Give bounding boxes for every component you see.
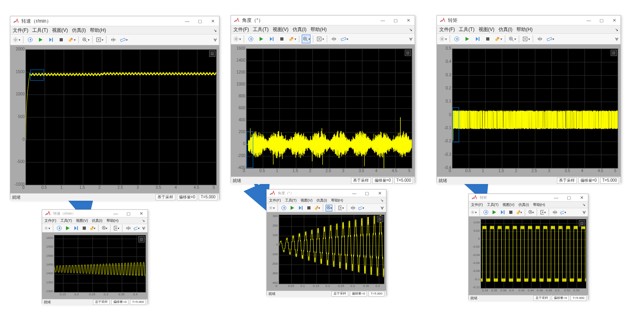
plot-area[interactable]: ⊡-0.4-0.3-0.2-0.100.10.20.30.40.500.511.… [437, 45, 621, 176]
maximize-button[interactable]: ▢ [595, 16, 608, 25]
play-icon[interactable] [36, 35, 45, 44]
zoom-reset-icon[interactable]: ▾ [95, 35, 104, 44]
plot-area[interactable]: ⊡13001350140014501500155016000.150.20.25… [42, 233, 147, 299]
menu-item[interactable]: 仿真(I) [499, 26, 512, 33]
menu-item[interactable]: 视图(V) [502, 202, 514, 207]
menu-item[interactable]: 工具(T) [60, 218, 72, 223]
zoom-reset-icon[interactable]: ▾ [316, 35, 324, 43]
menu-item[interactable]: 文件(F) [13, 27, 28, 34]
menu-item[interactable]: 工具(T) [459, 26, 474, 33]
menu-item[interactable]: 文件(F) [471, 202, 483, 207]
menu-item[interactable]: 文件(F) [45, 218, 56, 223]
gear-icon[interactable]: ▾ [470, 209, 477, 216]
plot-area[interactable]: ⊡-0.12-0.1-0.08-0.06-0.04-0.0200.020.040… [469, 217, 588, 295]
titlebar[interactable]: 转速（r/min）—▢✕ [10, 16, 219, 26]
highlight-icon[interactable]: ▾ [288, 35, 297, 43]
nav-back-icon[interactable] [246, 35, 255, 43]
minimize-button[interactable]: — [376, 16, 389, 25]
measure-icon[interactable]: ▾ [133, 225, 140, 232]
nav-back-icon[interactable] [482, 209, 489, 216]
menu-overflow-icon[interactable]: ↘ [142, 219, 145, 223]
menu-item[interactable]: 仿真(I) [518, 202, 529, 207]
axes-expand-icon[interactable]: ⊡ [579, 220, 585, 227]
axes[interactable]: ⊡ [452, 48, 618, 169]
zoom-selection-box[interactable] [30, 70, 45, 81]
menu-item[interactable]: 仿真(I) [316, 198, 327, 203]
stop-icon[interactable] [483, 35, 492, 43]
gear-icon[interactable]: ▾ [44, 225, 50, 232]
step-icon[interactable] [499, 209, 506, 216]
axes-expand-icon[interactable]: ⊡ [377, 216, 383, 222]
menu-item[interactable]: 工具(T) [253, 26, 268, 33]
menu-item[interactable]: 视图(V) [301, 198, 312, 203]
plot-area[interactable]: ⊡-400-300-200-100010020030000.050.10.150… [267, 212, 386, 291]
maximize-button[interactable]: ▢ [361, 188, 373, 198]
maximize-button[interactable]: ▢ [122, 209, 135, 218]
gear-icon[interactable]: ▾ [12, 35, 21, 44]
menu-item[interactable]: 帮助(H) [331, 198, 343, 203]
measure-icon[interactable]: ▾ [546, 35, 555, 43]
axes[interactable]: ⊡ [279, 215, 384, 284]
step-icon[interactable] [473, 35, 482, 43]
nav-back-icon[interactable] [56, 225, 62, 232]
minimize-button[interactable]: — [348, 188, 361, 198]
highlight-icon[interactable]: ▾ [314, 205, 320, 211]
titlebar[interactable]: 转速（r/min）—▢✕ [42, 210, 147, 217]
axes-expand-icon[interactable]: ⊡ [611, 50, 617, 56]
menu-overflow-icon[interactable]: ↘ [213, 28, 217, 33]
gear-icon[interactable]: ▾ [268, 205, 275, 211]
measure-icon[interactable]: ▾ [560, 209, 566, 216]
axes[interactable]: ⊡ [54, 235, 146, 293]
highlight-icon[interactable]: ▾ [494, 35, 502, 43]
menu-item[interactable]: 帮助(H) [310, 26, 327, 33]
step-icon[interactable] [267, 35, 276, 43]
pan-icon[interactable] [349, 205, 356, 211]
menu-overflow-icon[interactable]: ↘ [409, 27, 412, 32]
axes[interactable]: ⊡ [246, 48, 412, 169]
zoom-reset-icon[interactable]: ▾ [113, 225, 120, 232]
zoom-in-icon[interactable]: ▾ [302, 35, 310, 43]
step-icon[interactable] [72, 225, 79, 232]
measure-icon[interactable]: ▾ [358, 205, 365, 211]
nav-back-icon[interactable] [452, 35, 461, 43]
plot-area[interactable]: ⊡-400-2000200400600800100012001400160000… [231, 45, 415, 176]
highlight-icon[interactable]: ▾ [67, 35, 76, 44]
zoom-reset-icon[interactable]: ▾ [539, 209, 546, 216]
titlebar[interactable]: 转矩—▢✕ [469, 194, 588, 202]
menu-item[interactable]: 视图(V) [479, 26, 495, 33]
maximize-button[interactable]: ▢ [194, 16, 206, 26]
axes-expand-icon[interactable]: ⊡ [405, 50, 411, 56]
menu-overflow-icon[interactable]: ↘ [380, 198, 384, 202]
play-icon[interactable] [257, 35, 266, 43]
close-button[interactable]: ✕ [608, 16, 621, 25]
plot-area[interactable]: ⊡-1000-500050010001500200000.511.522.533… [10, 45, 219, 193]
axes-expand-icon[interactable]: ⊡ [138, 236, 145, 242]
zoom-selection-box[interactable] [246, 131, 253, 168]
menu-item[interactable]: 视图(V) [52, 27, 68, 34]
stop-icon[interactable] [305, 205, 312, 211]
nav-back-icon[interactable] [280, 205, 287, 211]
highlight-icon[interactable]: ▾ [516, 209, 522, 216]
menu-item[interactable]: 工具(T) [32, 27, 48, 34]
titlebar[interactable]: 转矩—▢✕ [437, 16, 621, 25]
minimize-button[interactable]: — [181, 16, 194, 26]
step-icon[interactable] [297, 205, 304, 211]
pan-icon[interactable] [125, 225, 132, 232]
play-icon[interactable] [491, 209, 497, 216]
play-icon[interactable] [289, 205, 295, 211]
maximize-button[interactable]: ▢ [389, 16, 402, 25]
menu-overflow-icon[interactable]: ↘ [615, 27, 618, 32]
measure-icon[interactable]: ▾ [340, 35, 349, 43]
menu-item[interactable]: 帮助(H) [516, 26, 533, 33]
close-button[interactable]: ✕ [402, 16, 415, 25]
maximize-button[interactable]: ▢ [563, 193, 575, 202]
menu-item[interactable]: 文件(F) [439, 26, 455, 33]
axes[interactable]: ⊡ [481, 219, 586, 289]
zoom-reset-icon[interactable]: ▾ [338, 205, 344, 211]
pan-icon[interactable] [551, 209, 558, 216]
zoom-in-icon[interactable]: ▾ [81, 35, 90, 44]
menu-item[interactable]: 视图(V) [273, 26, 289, 33]
zoom-in-icon[interactable]: ▾ [508, 35, 516, 43]
zoom-selection-box[interactable] [452, 107, 459, 143]
titlebar[interactable]: 角度（°）—▢✕ [231, 16, 415, 25]
